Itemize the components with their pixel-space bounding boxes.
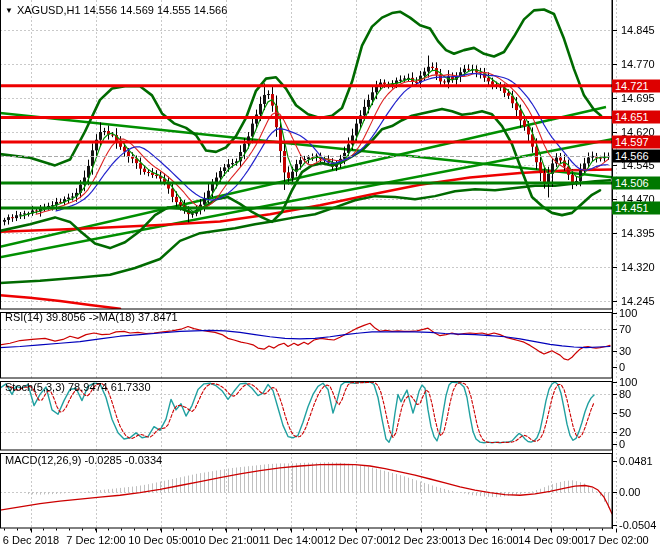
rsi-scale-label: 70 xyxy=(619,324,631,335)
price-badge: 14.721 xyxy=(612,79,660,92)
stoch-scale-label: 0 xyxy=(619,439,625,450)
price-chart-canvas[interactable] xyxy=(0,0,660,550)
time-tick-label: 10 Dec 05:00 xyxy=(128,534,193,546)
rsi-indicator-label: RSI(14) 39.8056 ->MA(18) 37.8471 xyxy=(5,311,178,323)
stoch-scale-label: 50 xyxy=(619,408,631,419)
price-tick-label: 14.845 xyxy=(621,24,655,35)
rsi-scale-label: 0 xyxy=(619,362,625,373)
macd-scale-label: 0.00 xyxy=(619,487,640,498)
macd-indicator-label: MACD(12,26,9) -0.0285 -0.0334 xyxy=(5,454,162,466)
price-tick-label: 14.245 xyxy=(621,296,655,307)
symbol-ohlc-text: XAGUSD,H1 14.556 14.569 14.555 14.566 xyxy=(17,4,227,16)
time-tick-label: 7 Dec 12:00 xyxy=(66,534,125,546)
price-tick-label: 14.320 xyxy=(621,262,655,273)
price-badge: 14.566 xyxy=(612,149,660,162)
symbol-dropdown-icon[interactable]: ▼ xyxy=(5,6,13,15)
price-badge: 14.597 xyxy=(612,135,660,148)
price-tick-label: 14.770 xyxy=(621,58,655,69)
chart-title: ▼XAGUSD,H1 14.556 14.569 14.555 14.566 xyxy=(5,4,227,16)
stoch-scale-label: 100 xyxy=(619,377,637,388)
price-badge: 14.506 xyxy=(612,177,660,190)
price-tick-label: 14.395 xyxy=(621,228,655,239)
time-tick-label: 10 Dec 21:00 xyxy=(193,534,258,546)
mt4-chart-window: ▼XAGUSD,H1 14.556 14.569 14.555 14.566 R… xyxy=(0,0,660,550)
macd-scale-label: -0.0504 xyxy=(619,519,656,530)
time-tick-label: 11 Dec 14:00 xyxy=(259,534,324,546)
price-badge: 14.651 xyxy=(612,111,660,124)
stoch-indicator-label: Stoch(5,3,3) 78.9474 61.7330 xyxy=(5,381,151,393)
time-tick-label: 17 Dec 02:00 xyxy=(583,534,648,546)
stoch-scale-label: 80 xyxy=(619,389,631,400)
price-badge: 14.451 xyxy=(612,201,660,214)
rsi-scale-label: 100 xyxy=(619,308,637,319)
time-tick-label: 12 Dec 07:00 xyxy=(323,534,388,546)
time-tick-label: 14 Dec 09:00 xyxy=(518,534,583,546)
price-tick-label: 14.695 xyxy=(621,92,655,103)
time-tick-label: 13 Dec 16:00 xyxy=(453,534,518,546)
time-tick-label: 12 Dec 23:00 xyxy=(388,534,453,546)
time-tick-label: 6 Dec 2018 xyxy=(3,534,59,546)
rsi-scale-label: 30 xyxy=(619,345,631,356)
macd-scale-label: 0.0481 xyxy=(619,455,653,466)
stoch-scale-label: 20 xyxy=(619,426,631,437)
